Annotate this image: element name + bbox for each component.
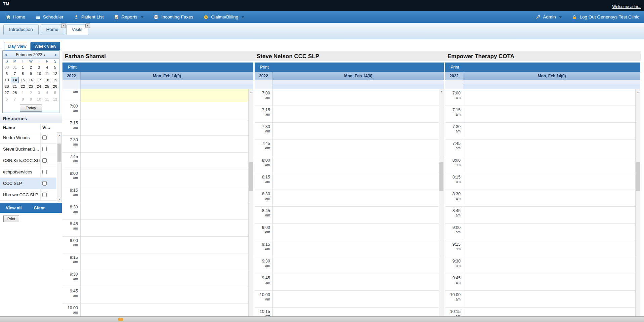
calendar-day[interactable]: 4 (43, 90, 51, 96)
time-slot-cell[interactable] (273, 207, 444, 224)
column-date-cell[interactable]: Mon, Feb 14(0) (463, 72, 640, 80)
time-slot-cell[interactable] (463, 173, 640, 190)
time-slot-cell[interactable] (463, 240, 640, 257)
time-slot-cell[interactable] (81, 203, 253, 220)
time-slot-cell[interactable] (463, 156, 640, 173)
calendar-day[interactable]: 31 (11, 64, 19, 71)
all-day-cell[interactable] (273, 80, 444, 89)
time-slot-cell[interactable] (273, 224, 444, 240)
calendar-day[interactable]: 20 (3, 83, 11, 90)
view-tab-day-view[interactable]: Day View (4, 42, 31, 50)
time-slot-cell[interactable] (81, 287, 253, 304)
calendar-day[interactable]: 8 (19, 96, 27, 103)
resource-row[interactable]: Nedra Woods (0, 132, 56, 144)
calendar-day[interactable]: 10 (35, 96, 43, 103)
resource-row[interactable]: Hbrown CCC SLP (0, 189, 56, 201)
time-slot-cell[interactable] (463, 308, 640, 316)
time-slot-cell[interactable] (273, 173, 444, 190)
time-slot-cell[interactable] (81, 119, 253, 136)
time-slot-cell[interactable] (81, 220, 253, 237)
column-print-link[interactable]: Print (68, 65, 77, 70)
time-slot-cell[interactable] (273, 139, 444, 156)
calendar-day[interactable]: 24 (35, 83, 43, 90)
scroll-up-arrow[interactable]: ▲ (249, 89, 253, 94)
calendar-day[interactable]: 17 (35, 77, 43, 83)
calendar-day[interactable]: 14 (11, 77, 19, 83)
time-slot-cell[interactable] (273, 240, 444, 257)
time-slot-cell[interactable] (463, 224, 640, 240)
nav-item-scheduler[interactable]: Scheduler (35, 14, 63, 20)
calendar-day[interactable]: 28 (11, 90, 19, 96)
calendar-day[interactable]: 10 (35, 71, 43, 77)
vertical-scrollbar[interactable]: ▲ (248, 89, 253, 316)
calendar-day[interactable]: 12 (51, 96, 59, 103)
time-slot-cell[interactable] (463, 190, 640, 207)
calendar-day[interactable]: 19 (51, 77, 59, 83)
calendar-day[interactable]: 30 (3, 64, 11, 71)
calendar-day[interactable]: 13 (3, 77, 11, 83)
scroll-up-arrow[interactable]: ▲ (636, 89, 640, 94)
time-slot-cell[interactable] (463, 257, 640, 274)
calendar-day[interactable]: 2 (27, 64, 35, 71)
time-slot-cell[interactable] (81, 102, 253, 119)
calendar-day[interactable]: 1 (19, 90, 27, 96)
column-date-cell[interactable]: Mon, Feb 14(0) (273, 72, 444, 80)
tab-visits[interactable]: Visits× (66, 25, 88, 35)
column-year-cell[interactable]: 2022 (255, 72, 273, 80)
tab-introduction[interactable]: Introduction (3, 25, 39, 35)
time-slot-cell[interactable] (273, 89, 444, 106)
sidebar-print-button[interactable]: Print (3, 215, 19, 222)
resource-visible-checkbox[interactable] (42, 193, 47, 197)
calendar-next-icon[interactable]: ► (53, 53, 59, 56)
nav-item-reports[interactable]: Reports (114, 14, 143, 20)
column-year-cell[interactable]: 2022 (62, 72, 81, 80)
calendar-day[interactable]: 5 (51, 64, 59, 71)
time-slot-cell[interactable] (81, 253, 253, 270)
calendar-day[interactable]: 8 (19, 71, 27, 77)
vertical-scrollbar[interactable]: ▲ (635, 89, 640, 316)
calendar-prev-icon[interactable]: ◄ (3, 53, 9, 56)
calendar-day[interactable]: 6 (3, 96, 11, 103)
scroll-thumb[interactable] (636, 162, 640, 191)
view-all-link[interactable]: View all (6, 205, 22, 210)
column-print-link[interactable]: Print (450, 65, 459, 70)
clear-link[interactable]: Clear (34, 205, 45, 210)
close-icon[interactable]: × (61, 24, 66, 28)
tab-home[interactable]: Home× (41, 25, 64, 35)
scroll-up-arrow[interactable]: ▲ (57, 133, 61, 138)
time-slot-cell[interactable] (463, 106, 640, 123)
calendar-day[interactable]: 7 (11, 71, 19, 77)
scroll-down-arrow[interactable]: ▼ (57, 197, 61, 202)
time-slot-cell[interactable] (463, 139, 640, 156)
scroll-thumb[interactable] (439, 162, 443, 191)
time-slot-cell[interactable] (273, 291, 444, 308)
time-slot-cell[interactable] (273, 106, 444, 123)
resource-visible-checkbox[interactable] (42, 170, 47, 174)
calendar-day[interactable]: 7 (11, 96, 19, 103)
resource-row[interactable]: CSN.Kids.CCC.SLP (0, 155, 56, 166)
all-day-cell[interactable] (463, 80, 640, 89)
time-slot-cell[interactable] (463, 207, 640, 224)
calendar-day[interactable]: 18 (43, 77, 51, 83)
calendar-day[interactable]: 6 (3, 71, 11, 77)
calendar-title[interactable]: February 2022▼ (9, 52, 53, 57)
calendar-day[interactable]: 9 (27, 71, 35, 77)
calendar-day[interactable]: 22 (19, 83, 27, 90)
time-slot-cell[interactable] (463, 274, 640, 291)
resource-visible-checkbox[interactable] (42, 147, 47, 151)
scroll-thumb[interactable] (249, 162, 253, 191)
nav-item-incoming-faxes[interactable]: Incoming Faxes (154, 14, 193, 20)
calendar-day[interactable]: 1 (19, 64, 27, 71)
column-year-cell[interactable]: 2022 (445, 72, 463, 80)
resource-visible-checkbox[interactable] (42, 158, 47, 163)
view-tab-week-view[interactable]: Week View (31, 42, 60, 50)
resources-column-visible[interactable]: Vi... (40, 125, 56, 130)
calendar-day[interactable]: 12 (51, 71, 59, 77)
time-slot-cell[interactable] (273, 274, 444, 291)
time-slot-cell[interactable] (273, 308, 444, 316)
time-slot-cell[interactable] (81, 304, 253, 316)
column-date-cell[interactable]: Mon, Feb 14(0) (81, 72, 253, 80)
calendar-day[interactable]: 25 (43, 83, 51, 90)
resources-scrollbar[interactable]: ▲ ▼ (57, 132, 62, 202)
calendar-day[interactable]: 3 (35, 90, 43, 96)
